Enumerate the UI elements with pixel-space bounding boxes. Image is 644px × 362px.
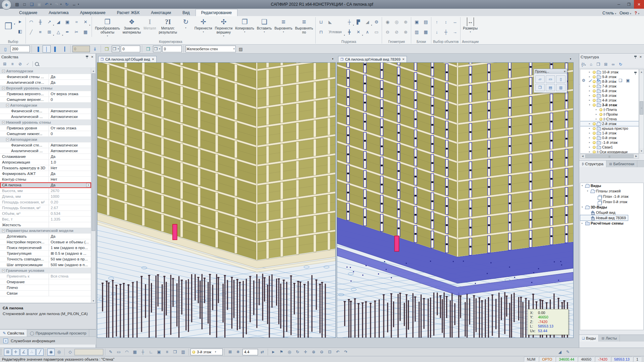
approximation-input[interactable]: [243, 349, 258, 355]
chevron-icon[interactable]: ▸: [589, 122, 592, 125]
plane-offset-input[interactable]: [74, 349, 103, 355]
property-value[interactable]: 2.67: [49, 205, 91, 210]
property-row[interactable]: −Физической сте... Автоматически: [0, 108, 91, 114]
property-row[interactable]: −Площадь основания, м² 0.20: [0, 199, 91, 205]
menu-help[interactable]: ? ▾: [633, 10, 641, 16]
property-row[interactable]: −Параметры аналитической модели: [0, 228, 91, 234]
collapse-icon[interactable]: −: [6, 138, 9, 141]
tree-item[interactable]: ▸ 2-й этаж: [580, 121, 639, 126]
merge-button[interactable]: ⊕: [401, 17, 410, 26]
property-value[interactable]: 50 мм (задано в пр...: [49, 256, 91, 262]
property-value[interactable]: 0: [49, 97, 91, 102]
move-down-button[interactable]: ↓: [610, 77, 616, 84]
filter-tree-button[interactable]: {◊▾: [580, 61, 587, 68]
visibility-bulb-icon[interactable]: [593, 141, 596, 144]
menu-tab[interactable]: Создание: [13, 9, 43, 16]
chevron-icon[interactable]: ▾: [589, 104, 592, 106]
projection-front-button[interactable]: ▭: [546, 75, 555, 83]
filter-properties-button[interactable]: ⊘: [17, 61, 23, 67]
property-row[interactable]: −Автоподрезки: [0, 137, 91, 142]
pan-button[interactable]: ✛: [302, 349, 309, 356]
add-to-block-button[interactable]: ▤: [421, 17, 430, 26]
property-value[interactable]: Осевые и объемы (...: [49, 239, 91, 245]
magnet-object-button[interactable]: ◎: [55, 349, 63, 356]
property-row[interactable]: −Показать арматуру в 3D Нет: [0, 165, 91, 171]
menu-tab[interactable]: Расчет ЖБК: [111, 9, 145, 16]
deselect-button[interactable]: ►: [16, 17, 24, 26]
transform-objects-button[interactable]: ❒ Преобразовать объекты ▾: [94, 17, 121, 39]
view-tree-item[interactable]: Общий вид: [580, 210, 643, 215]
collapse-icon[interactable]: −: [2, 229, 5, 232]
property-row[interactable]: −Привязка уровня От низа этажа: [0, 125, 91, 131]
wall-align-edge-button[interactable]: ┃: [61, 45, 69, 53]
categorized-button[interactable]: ⊞: [1, 61, 8, 67]
tree-item[interactable]: ▸ Проём: [580, 112, 639, 117]
tab-sheets[interactable]: ▤Листы: [599, 335, 620, 342]
visibility-bulb-icon[interactable]: [593, 94, 596, 97]
work-plane-button[interactable]: ◇: [66, 349, 74, 356]
chevron-icon[interactable]: ▸: [589, 94, 592, 97]
property-row[interactable]: −Высота, мм 2670: [0, 188, 91, 194]
save-button[interactable]: ▣: [36, 1, 43, 8]
viewport1-menu-icon[interactable]: ▾: [330, 57, 335, 61]
project-manager-button[interactable]: ▤: [13, 1, 21, 8]
undo-dropdown[interactable]: ▾: [50, 3, 53, 6]
anchor-button[interactable]: ⇓: [91, 45, 99, 53]
chevron-icon[interactable]: ▸: [589, 89, 592, 92]
view-tree-item[interactable]: План -1-й этаж: [580, 194, 643, 199]
close-panel-icon[interactable]: ✕: [639, 55, 643, 59]
slope-button[interactable]: ◢▾: [363, 17, 372, 26]
chevron-icon[interactable]: ▸: [589, 99, 592, 102]
viewport1-tab[interactable]: ❒ СА пилона.spf:Общий вид ✕: [98, 56, 157, 62]
metal-button[interactable]: I Металл: [142, 17, 157, 39]
visibility-bulb-icon[interactable]: [593, 136, 596, 139]
roof-trim-button[interactable]: ∧: [363, 27, 372, 37]
add-grid-button[interactable]: ⊞: [602, 61, 609, 68]
properties-scrollbar[interactable]: ▲ ▼: [91, 68, 96, 303]
property-value[interactable]: Да: [49, 154, 91, 159]
property-value[interactable]: От верха этажа: [49, 91, 91, 97]
quick-access-overflow[interactable]: ▾: [78, 3, 80, 6]
projection-back-button[interactable]: ▤: [546, 84, 555, 91]
tree-item[interactable]: ▸ Стена: [580, 117, 639, 121]
bottom-level-combo[interactable]: ❒▾: [153, 46, 161, 52]
property-row[interactable]: −Вес, т 1.335: [0, 217, 91, 222]
select-updown-button[interactable]: ↕: [441, 17, 450, 26]
tree-item[interactable]: ▸ Сваи1: [580, 145, 639, 149]
intersect-button[interactable]: ◎: [392, 17, 401, 26]
tree-item[interactable]: ▸ 6-й этаж: [580, 88, 639, 93]
snap-point-button[interactable]: ∴: [28, 349, 36, 356]
chevron-icon[interactable]: ▸: [589, 150, 592, 153]
property-value[interactable]: Да▾: [49, 182, 91, 188]
exclude-button[interactable]: ⊘: [392, 27, 401, 37]
property-row[interactable]: −Автоподрезки: [0, 103, 91, 108]
viewport2-canvas[interactable]: Проекц...✕ ▱▭▯❒▤▥ X:0.00 Y:46650 Z:-7420…: [337, 62, 574, 338]
property-value[interactable]: 0.20: [49, 199, 91, 205]
visibility-bulb-icon[interactable]: [593, 104, 596, 107]
property-value[interactable]: Автоматически: [49, 108, 91, 114]
property-row[interactable]: −Аппроксимация 1.0: [0, 160, 91, 165]
property-row[interactable]: −Верхний уровень стены: [0, 85, 91, 91]
property-value[interactable]: Нет: [49, 165, 91, 171]
property-row[interactable]: −Плечо: [0, 285, 91, 291]
property-row[interactable]: −Сглаживание Да: [0, 154, 91, 160]
wall-align-right-button[interactable]: ▌: [52, 45, 60, 53]
tree-item[interactable]: ▸ 10-й этаж: [580, 70, 639, 74]
property-value[interactable]: Автоматически: [49, 142, 91, 148]
copy-button[interactable]: ❐ Копировать ▾: [234, 17, 256, 39]
property-row[interactable]: −Поиск пересечений 1 мм (задано в про...: [0, 245, 91, 251]
view-settings-button[interactable]: ⚙: [580, 77, 587, 84]
array-button[interactable]: ▦: [81, 27, 90, 37]
top-offset-input[interactable]: [121, 46, 140, 52]
visibility-bulb-icon[interactable]: [593, 127, 596, 130]
draw-mode-button[interactable]: ✎: [107, 349, 114, 356]
chevron-icon[interactable]: ▸: [589, 85, 592, 87]
new-folder-button[interactable]: ❑: [617, 77, 624, 84]
union-button[interactable]: ◉: [383, 17, 392, 26]
chevron-icon[interactable]: ▸: [596, 118, 598, 120]
projection-bottom-button[interactable]: ▥: [556, 84, 566, 91]
menu-window[interactable]: Окно ▾: [618, 10, 633, 16]
tree-item[interactable]: ▸ 5-й этаж: [580, 93, 639, 98]
pin-icon[interactable]: [634, 55, 638, 59]
new-view-button[interactable]: ▣: [625, 77, 631, 84]
